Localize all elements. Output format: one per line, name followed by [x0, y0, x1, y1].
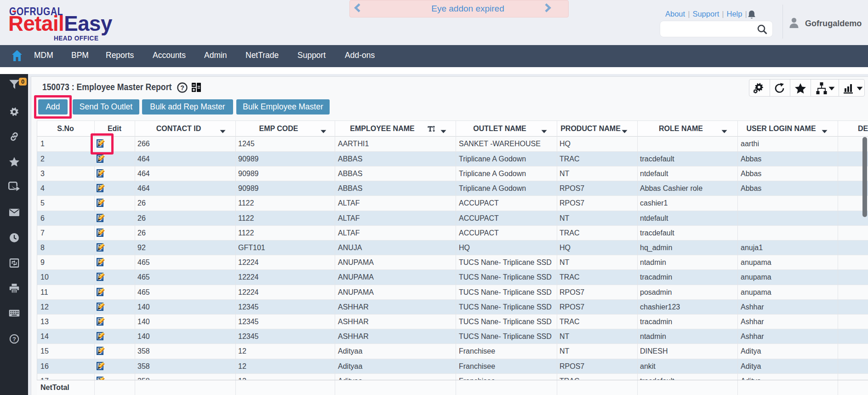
svg-text:?: ? [180, 84, 184, 92]
svg-text:?: ? [12, 336, 16, 343]
